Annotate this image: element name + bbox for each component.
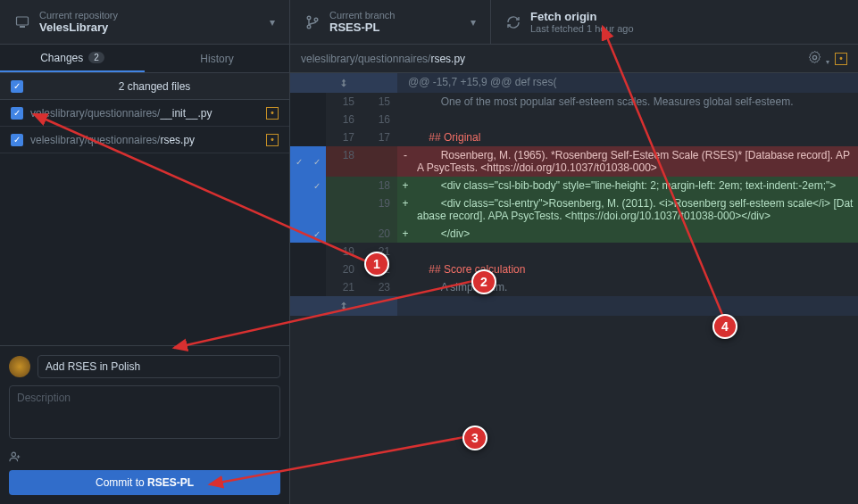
line-check-gutter (290, 278, 326, 296)
line-content: One of the most popular self-esteem scal… (413, 93, 858, 111)
diff-marker (397, 260, 413, 278)
diff-marker (397, 243, 413, 260)
file-row[interactable]: ✓ veleslibrary/questionnaires/__init__.p… (0, 100, 289, 127)
expand-down-row[interactable] (290, 296, 858, 316)
sync-icon (505, 14, 521, 30)
line-check-gutter[interactable]: ✓ ✓ (290, 146, 326, 177)
diff-header: veleslibrary/questionnaires/rses.py ▾ • (290, 45, 858, 73)
line-check-gutter (290, 243, 326, 260)
diff-file-path: veleslibrary/questionnaires/rses.py (301, 53, 803, 65)
old-line-number: 21 (326, 278, 362, 296)
diff-line[interactable]: ✓ 18 + <div class="csl-bib-body" style="… (290, 177, 858, 194)
line-content: Rosenberg, M. (1965). *Rosenberg Self-Es… (413, 146, 858, 177)
add-coauthor-button[interactable] (9, 449, 21, 463)
svg-point-4 (314, 18, 318, 21)
diff-line[interactable]: 15 15 One of the most popular self-estee… (290, 93, 858, 111)
commit-button-prefix: Commit to (96, 476, 147, 489)
line-check-gutter[interactable] (290, 194, 326, 225)
new-line-number (362, 146, 397, 177)
svg-rect-1 (20, 26, 25, 28)
expand-up-icon[interactable] (290, 73, 397, 93)
new-line-number: 23 (362, 278, 397, 296)
old-line-number (326, 177, 362, 194)
chevron-down-icon: ▾ (270, 16, 275, 29)
sidebar: Changes 2 History ✓ 2 changed files ✓ ve… (0, 45, 290, 504)
svg-point-3 (307, 25, 311, 29)
tab-history-label: History (200, 53, 233, 65)
file-path: veleslibrary/questionnaires/rses.py (30, 134, 266, 146)
diff-line[interactable]: 20 22 ## Score calculation (290, 260, 858, 278)
file-checkbox[interactable]: ✓ (11, 134, 23, 146)
diff-line[interactable]: 21 23 A simple sum. (290, 278, 858, 296)
commit-description-input[interactable] (9, 385, 280, 439)
files-header: ✓ 2 changed files (0, 73, 289, 100)
files-count: 2 changed files (30, 80, 279, 93)
line-check-gutter (290, 111, 326, 128)
tab-changes[interactable]: Changes 2 (0, 45, 145, 72)
line-content (413, 243, 858, 260)
svg-point-2 (307, 16, 311, 20)
old-line-number: 17 (326, 128, 362, 146)
fetch-status: Last fetched 1 hour ago (530, 23, 844, 34)
old-line-number: 15 (326, 93, 362, 111)
svg-rect-0 (17, 17, 29, 25)
diff-line[interactable]: ✓ 20 + </div> (290, 225, 858, 243)
commit-summary-input[interactable] (37, 355, 280, 378)
commit-button[interactable]: Commit to RSES-PL (9, 470, 280, 495)
diff-line[interactable]: 17 17 ## Original (290, 128, 858, 146)
gear-icon[interactable]: ▾ (808, 51, 829, 67)
fetch-button[interactable]: Fetch origin Last fetched 1 hour ago (491, 0, 858, 44)
diff-marker (397, 128, 413, 146)
file-path: veleslibrary/questionnaires/__init__.py (30, 107, 266, 120)
new-line-number: 19 (362, 194, 397, 225)
diff-line[interactable]: 19 + <div class="csl-entry">Rosenberg, M… (290, 194, 858, 225)
diff-marker (397, 111, 413, 128)
branch-label: Current branch (329, 10, 463, 21)
old-line-number: 18 (326, 146, 362, 177)
line-check-gutter (290, 260, 326, 278)
file-checkbox[interactable]: ✓ (11, 107, 23, 120)
diff-marker: - (397, 146, 413, 177)
diff-line[interactable]: 19 21 (290, 243, 858, 260)
line-check-gutter[interactable]: ✓ (290, 225, 326, 243)
line-content: ## Original (413, 128, 858, 146)
tab-history[interactable]: History (145, 45, 289, 72)
old-line-number: 20 (326, 260, 362, 278)
chevron-down-icon: ▾ (471, 16, 476, 29)
select-all-checkbox[interactable]: ✓ (11, 80, 23, 93)
diff-marker: + (397, 194, 413, 225)
line-content: </div> (413, 225, 858, 243)
diff-line[interactable]: 16 16 (290, 111, 858, 128)
old-line-number: 16 (326, 111, 362, 128)
line-check-gutter[interactable]: ✓ (290, 177, 326, 194)
modified-icon: • (266, 107, 279, 120)
repo-selector[interactable]: Current repository VelesLibrary ▾ (0, 0, 290, 44)
line-content: ## Score calculation (413, 260, 858, 278)
diff-panel: veleslibrary/questionnaires/rses.py ▾ • … (290, 45, 858, 504)
expand-up-row[interactable]: @@ -15,7 +15,9 @@ def rses( (290, 73, 858, 93)
new-line-number: 21 (362, 243, 397, 260)
modified-status-icon: • (835, 53, 847, 65)
diff-content: @@ -15,7 +15,9 @@ def rses( 15 15 One of… (290, 73, 858, 504)
expand-down-icon[interactable] (290, 296, 397, 316)
repo-label: Current repository (39, 10, 262, 21)
old-line-number (326, 194, 362, 225)
new-line-number: 17 (362, 128, 397, 146)
diff-marker: + (397, 177, 413, 194)
desktop-icon (14, 14, 30, 30)
tab-changes-label: Changes (40, 52, 83, 64)
diff-marker: + (397, 225, 413, 243)
file-row[interactable]: ✓ veleslibrary/questionnaires/rses.py • (0, 127, 289, 153)
fetch-title: Fetch origin (530, 10, 844, 23)
new-line-number: 15 (362, 93, 397, 111)
line-check-gutter (290, 93, 326, 111)
svg-point-5 (12, 452, 15, 456)
branch-name: RSES-PL (329, 21, 463, 34)
line-content: <div class="csl-bib-body" style="line-he… (413, 177, 858, 194)
new-line-number: 20 (362, 225, 397, 243)
branch-selector[interactable]: Current branch RSES-PL ▾ (290, 0, 491, 44)
old-line-number (326, 225, 362, 243)
repo-name: VelesLibrary (39, 21, 262, 34)
line-content: <div class="csl-entry">Rosenberg, M. (20… (413, 194, 858, 225)
diff-line[interactable]: ✓ ✓ 18 - Rosenberg, M. (1965). *Rosenber… (290, 146, 858, 177)
